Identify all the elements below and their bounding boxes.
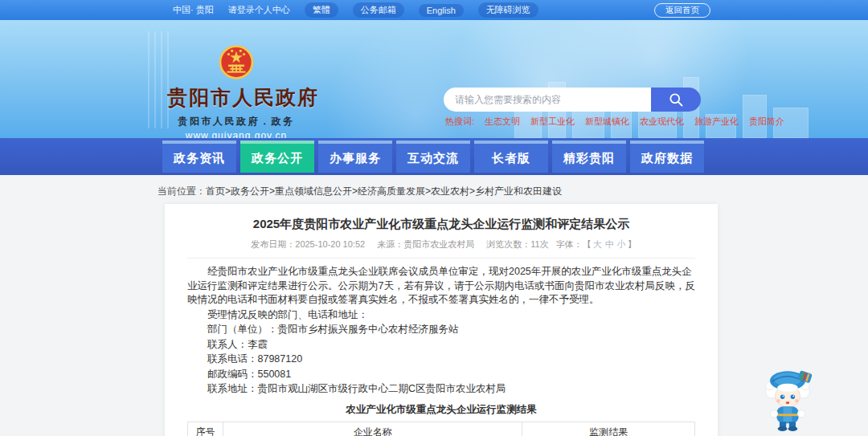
article-card: 2025年度贵阳市农业产业化市级重点龙头企业运行监测和评定结果公示 发布日期：2… (165, 204, 718, 436)
nav-tab[interactable]: 互动交流 (396, 141, 470, 173)
site-name: 贵阳市人民政府 (167, 84, 305, 111)
contact-line: 邮政编码：550081 (187, 368, 695, 382)
page: 中国· 贵阳 请登录个人中心 繁體 公务邮箱 English 无障碍浏览 返回首… (0, 0, 868, 436)
topbar-link[interactable]: 中国· 贵阳 (173, 4, 214, 16)
hot-search-word[interactable]: 生态文明 (485, 116, 520, 128)
site-subtitle: 贵阳市人民政府．政务 (167, 115, 305, 128)
nav-tab[interactable]: 办事服务 (318, 141, 392, 173)
hot-search-label: 热搜词: (445, 116, 474, 128)
site-url: www.guiyang.gov.cn (167, 130, 305, 138)
article-source: 来源：贵阳市农业农村局 (377, 239, 474, 249)
font-size-option[interactable]: 大 (593, 239, 602, 249)
hot-search-word[interactable]: 贵阳简介 (749, 116, 784, 128)
contact-line: 联系人：李霞 (187, 338, 695, 352)
mascot-widget[interactable] (762, 363, 813, 435)
return-home-button[interactable]: 返回首页 (654, 3, 710, 18)
font-size-option[interactable]: 小 (617, 239, 626, 249)
search-input[interactable] (444, 88, 651, 112)
article-title: 2025年度贵阳市农业产业化市级重点龙头企业运行监测和评定结果公示 (187, 217, 695, 232)
table-header-row: 序号企业名称监测结果 (188, 422, 695, 436)
hot-search-word[interactable]: 农业现代化 (640, 116, 684, 128)
top-utility-bar: 中国· 贵阳 请登录个人中心 繁體 公务邮箱 English 无障碍浏览 返回首… (0, 0, 868, 20)
result-table-caption: 农业产业化市级重点龙头企业运行监测结果 (187, 403, 695, 417)
breadcrumb-label: 当前位置： (158, 185, 206, 197)
article-paragraph: 经贵阳市农业产业化市级重点龙头企业联席会议成员单位审定，现对2025年开展的农业… (187, 265, 695, 308)
hot-search-list: 生态文明新型工业化新型城镇化农业现代化旅游产业化贵阳简介 (485, 116, 784, 128)
contact-line: 部门（单位）：贵阳市乡村振兴服务中心农村经济服务站 (187, 323, 695, 337)
hot-search-words: 热搜词: 生态文明新型工业化新型城镇化农业现代化旅游产业化贵阳简介 (445, 116, 784, 128)
site-search (444, 88, 701, 112)
topbar-link[interactable]: 请登录个人中心 (228, 4, 290, 16)
nav-tab[interactable]: 精彩贵阳 (552, 141, 626, 173)
nav-tab[interactable]: 政务公开 (240, 141, 314, 173)
topbar-link[interactable]: 繁體 (305, 2, 338, 18)
view-count: 浏览次数：11次 (486, 239, 548, 249)
banner-stripe-decoration (148, 31, 169, 128)
national-emblem-icon (218, 44, 255, 83)
contact-line: 联系地址：贵阳市观山湖区市级行政中心二期C区贵阳市农业农村局 (187, 382, 695, 397)
hot-search-word[interactable]: 新型工业化 (530, 116, 575, 128)
topbar-links: 中国· 贵阳 请登录个人中心 繁體 公务邮箱 English 无障碍浏览 (173, 2, 553, 18)
contact-lines: 部门（单位）：贵阳市乡村振兴服务中心农村经济服务站联系人：李霞联系电话：8798… (187, 323, 695, 397)
topbar-link[interactable]: 公务邮箱 (353, 2, 404, 18)
font-size-label: 字体：【 (556, 239, 592, 249)
search-icon (668, 92, 684, 108)
contact-line: 联系电话：87987120 (187, 352, 695, 367)
hot-search-word[interactable]: 旅游产业化 (694, 116, 739, 128)
main-navigation: 政务资讯 政务公开 办事服务 互动交流 长者版 精彩贵阳 政府数据 (0, 138, 868, 175)
monitoring-result-table: 序号企业名称监测结果 1 贵州合力超市采购有限公司 合格 2 贵州友禾种业有限公… (187, 422, 695, 436)
font-size-switcher: 大中小 (592, 239, 628, 249)
article-paragraph: 受理情况反映的部门、电话和地址： (187, 308, 695, 323)
nav-tab[interactable]: 政务资讯 (162, 141, 236, 173)
topbar-link[interactable]: English (419, 4, 464, 17)
table-header-cell: 监测结果 (522, 422, 695, 436)
breadcrumb: 当前位置：首页>政务公开>重点领域信息公开>经济高质量发展>农业农村>乡村产业和… (158, 185, 562, 198)
article-meta: 发布日期：2025-10-20 10:52 来源：贵阳市农业农村局 浏览次数：1… (187, 238, 695, 259)
hot-search-word[interactable]: 新型城镇化 (585, 116, 629, 128)
breadcrumb-path[interactable]: 首页>政务公开>重点领域信息公开>经济高质量发展>农业农村>乡村产业和农田建设 (206, 185, 562, 197)
table-header-cell: 企业名称 (223, 422, 522, 436)
header-banner: 贵阳市人民政府 贵阳市人民政府．政务 www.guiyang.gov.cn 热搜… (0, 20, 868, 138)
font-size-label-end: 】 (628, 239, 637, 249)
article-body: 经贵阳市农业产业化市级重点龙头企业联席会议成员单位审定，现对2025年开展的农业… (187, 265, 695, 397)
site-logo[interactable]: 贵阳市人民政府 贵阳市人民政府．政务 www.guiyang.gov.cn (167, 44, 305, 138)
search-button[interactable] (651, 88, 701, 112)
nav-tab[interactable]: 政府数据 (630, 141, 704, 173)
nav-tab[interactable]: 长者版 (474, 141, 548, 173)
font-size-option[interactable]: 中 (605, 239, 614, 249)
topbar-link[interactable]: 无障碍浏览 (478, 2, 538, 18)
publish-date: 发布日期：2025-10-20 10:52 (251, 239, 365, 249)
table-header-cell: 序号 (188, 422, 223, 436)
